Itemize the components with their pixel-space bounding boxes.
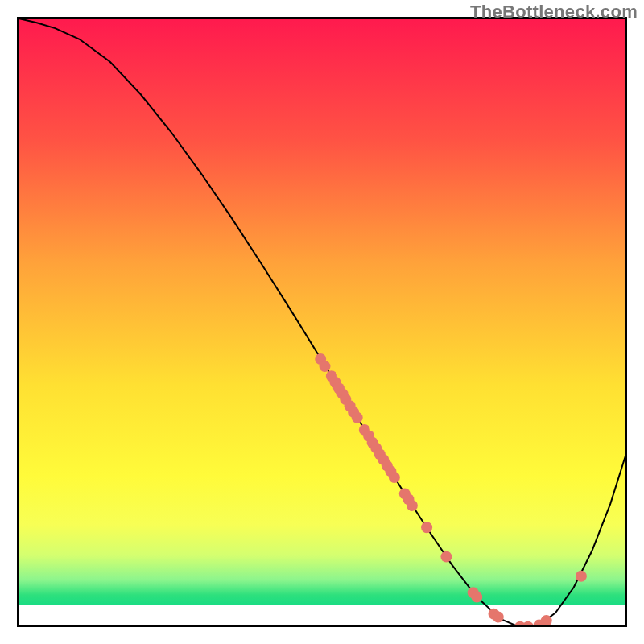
data-point <box>541 615 552 626</box>
data-point <box>576 571 587 582</box>
data-point <box>471 592 482 603</box>
data-point <box>320 361 331 372</box>
data-point <box>440 551 452 563</box>
data-point <box>389 472 400 483</box>
data-point <box>352 412 363 423</box>
attribution-label: TheBottleneck.com <box>470 2 638 23</box>
plot-svg <box>19 19 627 627</box>
data-point <box>421 522 432 533</box>
chart-canvas: TheBottleneck.com <box>0 0 644 644</box>
plot-frame <box>17 17 627 627</box>
data-point <box>493 612 504 623</box>
gradient-bg <box>19 19 627 627</box>
data-point <box>407 500 418 511</box>
